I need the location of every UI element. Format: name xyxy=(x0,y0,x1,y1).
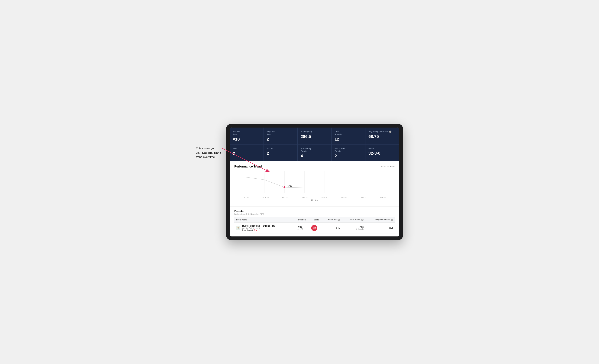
stat-record: Record 32-8-0 xyxy=(365,144,399,161)
table-row: 🏌️ Buster Cozy Cup – Stroke Play Oct 9 –… xyxy=(234,222,395,233)
info-icon-weighted-points: i xyxy=(391,219,393,221)
stat-scoring-avg: Scoring Avg. 286.5 xyxy=(298,128,332,144)
chart-x-labels: OCT 23 NOV 23 DEC 23 JAN 24 FEB 24 MAR 2… xyxy=(234,196,395,198)
event-icon: 🏌️ xyxy=(236,226,240,230)
x-label-mar24: MAR 24 xyxy=(334,196,354,198)
performance-title: Performance Trend xyxy=(234,165,262,168)
performance-section: Performance Trend National Rank xyxy=(230,161,399,206)
col-event-sg: Event SG i xyxy=(321,217,342,222)
rank-label: • #10 xyxy=(287,185,292,187)
annotation-bold: National Rank xyxy=(202,151,221,154)
chart-x-title: Months xyxy=(234,199,395,201)
event-weighted-points: 28.3 xyxy=(365,222,395,233)
stat-match-play-events: Match PlayEvents 2 xyxy=(332,144,365,161)
x-label-dec23: DEC 23 xyxy=(275,196,295,198)
col-weighted-points: Weighted Points i xyxy=(365,217,395,222)
performance-header: Performance Trend National Rank xyxy=(234,165,395,168)
stat-avg-weighted-points: Avg. Weighted Points i 68.75 xyxy=(365,128,399,144)
annotation-text: This shows you your National Rank trend … xyxy=(196,146,221,159)
event-name: Buster Cozy Cup – Stroke Play xyxy=(242,225,275,227)
col-position: Position xyxy=(292,217,308,222)
scene: This shows you your National Rank trend … xyxy=(196,124,403,240)
rank-impact-value: 3 ▼ xyxy=(254,229,257,231)
stat-wins: Wins 2 xyxy=(230,144,264,161)
performance-subtitle: National Rank xyxy=(381,165,395,168)
tablet-screen: NationalRank #10 RegionalRank 2 Scoring … xyxy=(230,128,399,236)
stat-top3s: Top 3s 2 xyxy=(264,144,298,161)
info-icon-avg-weighted: i xyxy=(389,131,391,133)
chart-svg: • #10 xyxy=(234,171,395,196)
info-icon-total-points: i xyxy=(361,219,363,221)
col-event-name: Event Name xyxy=(234,217,292,222)
stats-row-1: NationalRank #10 RegionalRank 2 Scoring … xyxy=(230,128,399,144)
stat-regional-rank: RegionalRank 2 xyxy=(264,128,298,144)
event-score: -22 xyxy=(308,222,321,233)
col-total-points: Total Points i xyxy=(342,217,365,222)
x-label-apr24: APR 24 xyxy=(354,196,373,198)
event-name-cell: 🏌️ Buster Cozy Cup – Stroke Play Oct 9 –… xyxy=(234,222,292,233)
events-title: Events xyxy=(234,210,395,213)
rank-dot xyxy=(283,186,285,188)
stat-national-rank: NationalRank #10 xyxy=(230,128,264,144)
tablet-frame: NationalRank #10 RegionalRank 2 Scoring … xyxy=(226,124,403,240)
performance-chart: • #10 xyxy=(234,171,395,196)
event-date: Oct 9 – Oct 10, 2023 xyxy=(242,227,275,229)
x-label-nov23: NOV 23 xyxy=(256,196,275,198)
info-icon-event-sg: i xyxy=(338,219,340,221)
stats-row-2: Wins 2 Top 3s 2 Stroke PlayEvents 4 Matc… xyxy=(230,144,399,161)
events-section: Events Last updated: 24th November 2023 … xyxy=(230,206,399,236)
event-rank-impact: Rank Impact: 3 ▼ xyxy=(242,229,275,231)
events-last-updated: Last updated: 24th November 2023 xyxy=(234,213,395,215)
score-badge: -22 xyxy=(311,225,317,231)
events-table-header: Event Name Position Score Event SG i Tot… xyxy=(234,217,395,222)
x-label-feb24: FEB 24 xyxy=(315,196,334,198)
events-table: Event Name Position Score Event SG i Tot… xyxy=(234,217,395,233)
x-label-oct23: OCT 23 xyxy=(236,196,256,198)
event-total-rounds: 3 Rounds xyxy=(344,228,363,230)
x-label-may24: MAY 24 xyxy=(373,196,393,198)
event-total-points: 28.3 3 Rounds xyxy=(342,222,365,233)
stat-total-rounds: TotalRounds 12 xyxy=(332,128,365,144)
stat-stroke-play-events: Stroke PlayEvents 4 xyxy=(298,144,332,161)
event-sg: 0.45 xyxy=(321,222,342,233)
x-label-jan24: JAN 24 xyxy=(295,196,315,198)
col-score: Score xyxy=(308,217,321,222)
event-position: 6th out of 7 xyxy=(292,222,308,233)
